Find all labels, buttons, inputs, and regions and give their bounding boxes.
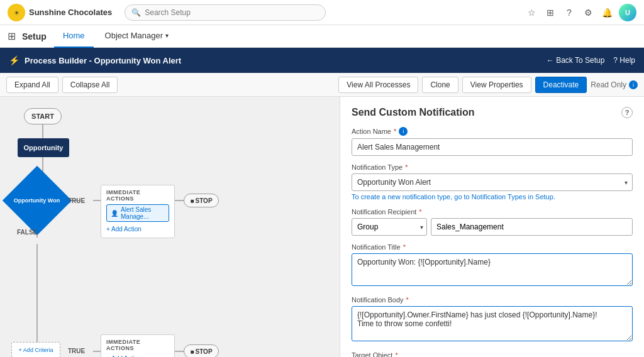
top-icons: ☆ ⊞ ? ⚙ 🔔 U (525, 4, 636, 21)
secondary-nav: ⊞ Setup Home Object Manager ▾ (0, 25, 644, 48)
recipient-value-input[interactable] (431, 218, 633, 236)
target-object-label: Target Object * (352, 351, 633, 357)
bell-icon[interactable]: 🔔 (600, 6, 614, 19)
notification-title-group: Notification Title * Opportunity Won: {!… (352, 243, 633, 288)
apps-icon[interactable]: ⊞ (543, 6, 557, 19)
read-only-info-icon[interactable]: i (629, 80, 638, 89)
pb-header: ⚡ Process Builder - Opportunity Won Aler… (0, 48, 644, 73)
svg-text:☀: ☀ (14, 9, 19, 16)
search-icon: 🔍 (131, 8, 141, 17)
panel-help-icon[interactable]: ? (621, 107, 633, 118)
tab-home[interactable]: Home (54, 25, 94, 48)
expand-all-button[interactable]: Expand All (6, 77, 58, 93)
read-only-text: Read Only i (591, 80, 638, 89)
search-input[interactable] (145, 8, 319, 17)
stop-node-2[interactable]: ■ STOP (184, 344, 219, 357)
opportunity-node[interactable]: Opportunity (18, 138, 69, 157)
required-star-3: * (419, 208, 421, 216)
gear-icon[interactable]: ⚙ (581, 6, 595, 19)
notification-type-group: Notification Type * Opportunity Won Aler… (352, 163, 633, 200)
notification-type-help: To create a new notification type, go to… (352, 193, 633, 200)
toolbar-right: View All Processes Clone View Properties… (338, 77, 638, 93)
stop-node-1[interactable]: ■ STOP (184, 194, 219, 207)
grid-icon[interactable]: ⊞ (8, 30, 16, 42)
notification-type-label: Notification Type * (352, 163, 633, 171)
action-name-group: Action Name * i (352, 127, 633, 156)
clone-button[interactable]: Clone (422, 77, 458, 93)
toolbar: Expand All Collapse All View All Process… (0, 73, 644, 97)
notification-body-group: Notification Body * {![Opportunity].Owne… (352, 296, 633, 344)
true-label-2: TRUE (68, 348, 85, 354)
required-star-5: * (406, 296, 409, 304)
panel-title: Send Custom Notification ? (352, 107, 633, 118)
immediate-label-2: IMMEDIATE ACTIONS (106, 339, 169, 351)
recipient-type-select[interactable]: Group (352, 218, 427, 236)
star-icon[interactable]: ☆ (525, 6, 538, 19)
immediate-actions-box-2: IMMEDIATE ACTIONS + Add Action (101, 334, 175, 357)
collapse-all-button[interactable]: Collapse All (62, 77, 118, 93)
action-name-input[interactable] (352, 138, 633, 156)
action-name-label: Action Name * i (352, 127, 633, 136)
pb-right: ← Back To Setup ? Help (547, 56, 635, 65)
notification-body-label: Notification Body * (352, 296, 633, 304)
main-content: START Opportunity Opportunity Won FALSE … (0, 97, 644, 357)
view-properties-button[interactable]: View Properties (462, 77, 531, 93)
required-star-2: * (405, 163, 408, 171)
required-star-4: * (403, 243, 406, 251)
target-object-group: Target Object * Opportunity Object that … (352, 351, 633, 357)
pb-title-area: ⚡ Process Builder - Opportunity Won Aler… (9, 55, 181, 65)
diamond-label: Opportunity Won (14, 197, 60, 204)
alert-action-item[interactable]: 👤 Alert Sales Manage... (106, 204, 169, 222)
add-criteria-button[interactable]: + Add Criteria (11, 342, 60, 357)
notification-body-input[interactable]: {![Opportunity].Owner.FirstName} has jus… (352, 306, 633, 341)
required-star-1: * (394, 128, 396, 135)
setup-link[interactable]: Setup (535, 193, 553, 200)
right-panel: Send Custom Notification ? Action Name *… (340, 97, 644, 357)
start-node[interactable]: START (24, 108, 62, 124)
tab-object-manager[interactable]: Object Manager ▾ (96, 25, 178, 48)
question-icon[interactable]: ? (562, 6, 576, 19)
recipient-row: Group ▾ (352, 218, 633, 236)
false-label-1: FALSE (17, 229, 37, 236)
action-name-info-icon[interactable]: i (399, 127, 408, 136)
notification-title-input[interactable]: Opportunity Won: {![Opportunity].Name} (352, 253, 633, 286)
dropdown-arrow-icon: ▾ (165, 32, 169, 39)
search-bar[interactable]: 🔍 (125, 4, 326, 21)
pb-icon: ⚡ (9, 55, 19, 65)
required-star-6: * (395, 351, 397, 357)
recipient-type-wrapper: Group ▾ (352, 218, 427, 236)
notification-type-select[interactable]: Opportunity Won Alert (352, 173, 633, 191)
recipient-group: Notification Recipient * Group ▾ (352, 208, 633, 236)
back-to-setup-link[interactable]: ← Back To Setup (547, 56, 605, 65)
view-all-processes-button[interactable]: View All Processes (338, 77, 418, 93)
logo-text: Sunshine Chocolates (29, 8, 112, 17)
recipient-label: Notification Recipient * (352, 208, 633, 216)
immediate-actions-box-1: IMMEDIATE ACTIONS 👤 Alert Sales Manage..… (101, 185, 175, 238)
logo-icon: ☀ (8, 4, 25, 21)
add-action-button-1[interactable]: + Add Action (106, 224, 169, 234)
true-label-1: TRUE (68, 197, 85, 204)
person-icon: 👤 (111, 210, 118, 217)
logo-area: ☀ Sunshine Chocolates (8, 4, 112, 21)
help-link[interactable]: ? Help (613, 56, 635, 65)
notification-type-select-wrapper: Opportunity Won Alert ▾ (352, 173, 633, 191)
notification-title-label: Notification Title * (352, 243, 633, 251)
flow-canvas: START Opportunity Opportunity Won FALSE … (0, 97, 340, 357)
top-bar: ☀ Sunshine Chocolates 🔍 ☆ ⊞ ? ⚙ 🔔 U (0, 0, 644, 25)
setup-label: Setup (22, 31, 47, 41)
immediate-label-1: IMMEDIATE ACTIONS (106, 189, 169, 202)
pb-title: Process Builder - Opportunity Won Alert (25, 56, 181, 65)
add-action-button-2[interactable]: + Add Action (106, 354, 169, 357)
deactivate-button[interactable]: Deactivate (535, 77, 587, 93)
avatar[interactable]: U (619, 4, 636, 21)
